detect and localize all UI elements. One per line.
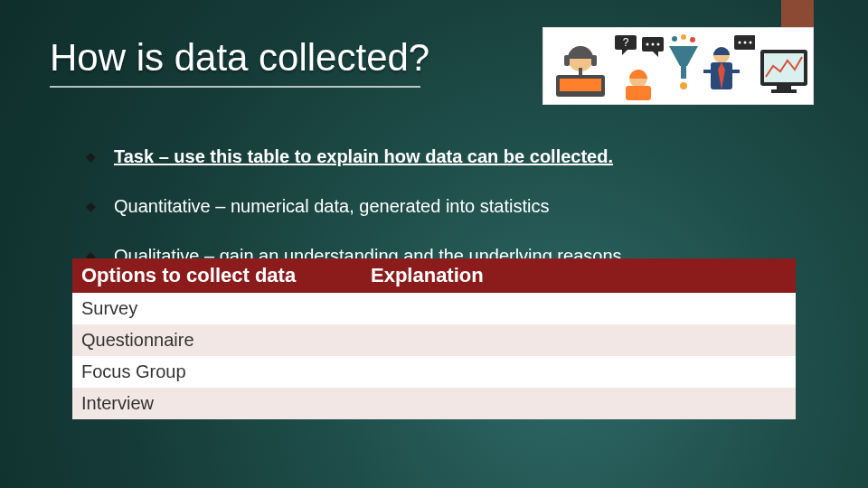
data-collection-table: Options to collect data Explanation Surv…	[72, 258, 796, 419]
svg-rect-30	[731, 70, 740, 73]
bullet-task-text: Task – use this table to explain how dat…	[114, 145, 613, 169]
svg-rect-4	[591, 55, 597, 66]
svg-point-24	[744, 42, 747, 44]
analytics-monitor-icon	[759, 33, 807, 100]
table-cell-option: Questionnaire	[72, 324, 362, 356]
table-row: Questionnaire	[72, 324, 796, 356]
businessman-icon	[702, 33, 755, 100]
svg-rect-32	[764, 53, 804, 82]
svg-point-18	[690, 37, 695, 42]
svg-point-25	[750, 42, 752, 44]
speech-bubbles-icon: ?	[613, 33, 664, 100]
table-header-row: Options to collect data Explanation	[72, 258, 796, 293]
diamond-bullet-icon: ◆	[86, 198, 96, 215]
svg-rect-34	[771, 89, 797, 93]
table-cell-option: Interview	[72, 388, 362, 419]
table-header-explanation: Explanation	[362, 258, 796, 293]
svg-rect-29	[703, 70, 712, 73]
svg-marker-10	[653, 52, 658, 57]
table-cell-option: Survey	[72, 293, 362, 324]
table-cell-explanation	[362, 356, 796, 388]
data-collection-illustration: ?	[542, 27, 814, 105]
svg-point-11	[646, 43, 649, 46]
funnel-icon	[667, 33, 698, 100]
svg-rect-5	[579, 68, 582, 75]
svg-text:?: ?	[623, 36, 629, 49]
svg-marker-7	[622, 50, 627, 55]
svg-rect-15	[626, 86, 651, 100]
table-cell-explanation	[362, 324, 796, 356]
svg-rect-20	[681, 66, 686, 79]
bullet-quantitative-text: Quantitative – numerical data, generated…	[114, 194, 549, 219]
svg-marker-19	[669, 46, 698, 66]
table-row: Survey	[72, 293, 796, 324]
slide-title: How is data collected?	[50, 36, 429, 80]
table-cell-explanation	[362, 293, 796, 324]
title-underline	[50, 86, 420, 88]
svg-rect-3	[564, 55, 570, 66]
svg-point-21	[680, 82, 687, 89]
table-row: Focus Group	[72, 356, 796, 388]
svg-point-17	[681, 34, 686, 40]
table-cell-explanation	[362, 388, 796, 419]
table-header-options: Options to collect data	[72, 258, 362, 293]
diamond-bullet-icon: ◆	[86, 148, 96, 165]
bullet-task: ◆ Task – use this table to explain how d…	[86, 145, 814, 169]
svg-point-16	[672, 36, 677, 42]
table-row: Interview	[72, 388, 796, 419]
table-cell-option: Focus Group	[72, 356, 362, 388]
call-center-icon	[549, 33, 609, 100]
bullet-quantitative: ◆ Quantitative – numerical data, generat…	[86, 194, 814, 219]
svg-point-13	[657, 43, 660, 46]
svg-rect-1	[560, 79, 601, 91]
svg-point-12	[652, 43, 655, 46]
svg-point-23	[739, 42, 741, 44]
svg-rect-33	[777, 86, 791, 89]
